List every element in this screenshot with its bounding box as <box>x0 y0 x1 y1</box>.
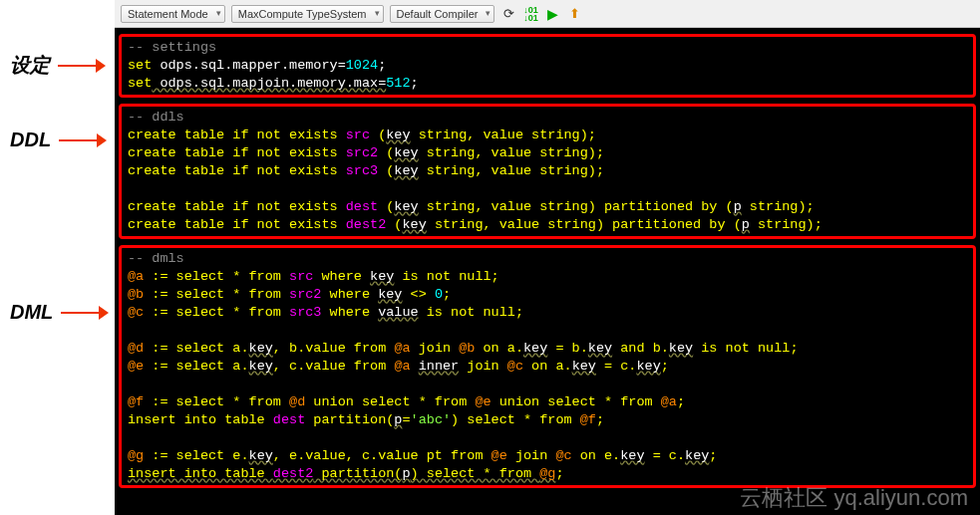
code-line: create table if not exists dest2 (key st… <box>128 216 967 234</box>
code-line: -- dmls <box>128 251 184 266</box>
dml-block: -- dmls @a := select * from src where ke… <box>119 245 976 488</box>
sync-icon[interactable]: ⟳ <box>500 6 516 22</box>
code-line: @g := select e.key, e.value, c.value pt … <box>128 447 967 465</box>
arrow-icon <box>58 65 98 67</box>
code-line: @e := select a.key, c.value from @a inne… <box>128 358 967 376</box>
code-line: -- ddls <box>128 110 184 125</box>
code-line: @a := select * from src where key is not… <box>128 268 967 286</box>
code-line: create table if not exists src3 (key str… <box>128 162 967 180</box>
code-line: create table if not exists src2 (key str… <box>128 144 967 162</box>
arrow-icon <box>59 139 99 141</box>
settings-block: -- settings set odps.sql.mapper.memory=1… <box>119 34 976 98</box>
code-line: create table if not exists src (key stri… <box>128 127 967 144</box>
label-ddl: DDL <box>0 129 115 151</box>
code-editor[interactable]: -- settings set odps.sql.mapper.memory=1… <box>115 28 980 515</box>
label-settings-text: 设定 <box>10 52 50 79</box>
code-line: create table if not exists dest (key str… <box>128 198 967 216</box>
watermark: 云栖社区 yq.aliyun.com <box>740 489 968 507</box>
label-ddl-text: DDL <box>10 129 51 151</box>
code-line: @c := select * from src3 where value is … <box>128 304 967 322</box>
code-line: -- settings <box>128 40 216 55</box>
ddl-block: -- ddls create table if not exists src (… <box>119 104 976 239</box>
sort-icon[interactable]: ↓01↓01 <box>522 6 538 22</box>
label-settings: 设定 <box>0 52 115 79</box>
annotation-labels: 设定 DDL DML <box>0 0 115 515</box>
typesystem-dropdown[interactable]: MaxCompute TypeSystem <box>231 5 384 23</box>
arrow-icon <box>61 312 101 314</box>
toolbar: Statement Mode MaxCompute TypeSystem Def… <box>115 0 980 28</box>
label-dml-text: DML <box>10 301 53 324</box>
code-line: set odps.sql.mapjoin.memory.max=512; <box>128 75 967 93</box>
code-line: insert into table dest2 partition(p) sel… <box>128 465 967 483</box>
code-line: insert into table dest partition(p='abc'… <box>128 411 967 429</box>
statement-mode-dropdown[interactable]: Statement Mode <box>121 5 225 23</box>
label-dml: DML <box>0 301 115 324</box>
code-line: @f := select * from @d union select * fr… <box>128 393 967 411</box>
run-icon[interactable]: ▶ <box>544 6 560 22</box>
stop-icon[interactable]: ⬆ <box>566 6 582 22</box>
code-line: @b := select * from src2 where key <> 0; <box>128 286 967 304</box>
code-line: set odps.sql.mapper.memory=1024; <box>128 57 967 75</box>
code-line: @d := select a.key, b.value from @a join… <box>128 340 967 358</box>
compiler-dropdown[interactable]: Default Compiler <box>390 5 495 23</box>
